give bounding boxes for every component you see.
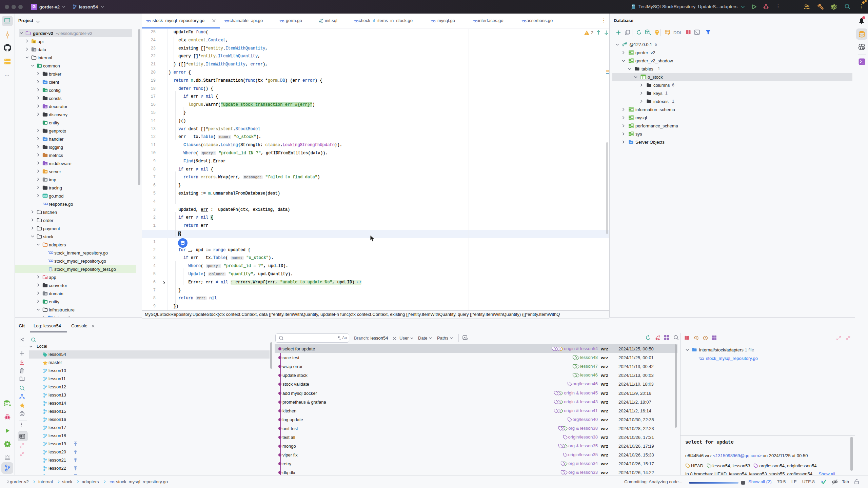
svg-text:GO: GO bbox=[43, 195, 47, 198]
